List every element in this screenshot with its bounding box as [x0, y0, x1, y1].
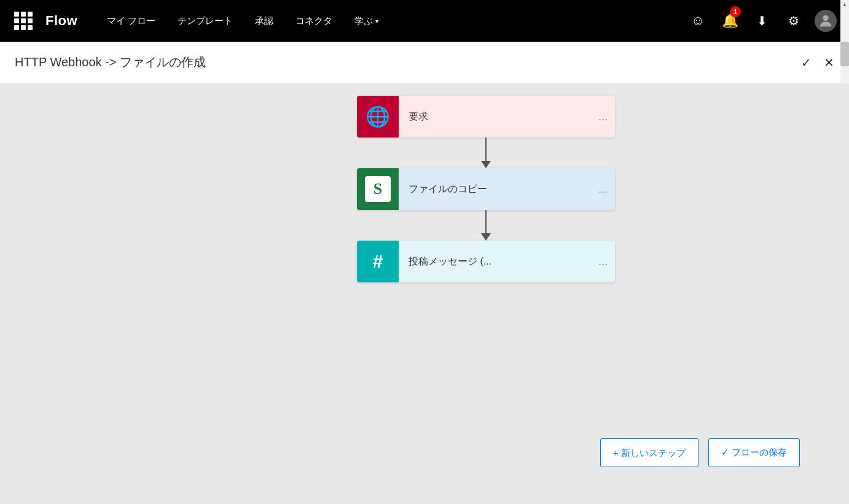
settings-button[interactable]: ⚙: [778, 0, 810, 42]
flow-canvas: 🌐 要求 ... S ファイルのコピー ...: [0, 83, 849, 504]
notification-badge: 1: [730, 6, 741, 17]
scrollbar-thumb[interactable]: [840, 42, 849, 66]
post-icon: #: [357, 241, 399, 282]
profile-button[interactable]: [810, 0, 842, 42]
nav-templates[interactable]: テンプレート: [166, 0, 244, 42]
sharepoint-icon: S: [365, 176, 391, 202]
arrow-1: [481, 138, 491, 168]
flow-container: 🌐 要求 ... S ファイルのコピー ...: [357, 96, 615, 282]
arrow-line-2: [485, 210, 487, 233]
feedback-button[interactable]: ☺: [682, 0, 714, 42]
app-grid-button[interactable]: [7, 0, 39, 42]
nav-links: マイ フロー テンプレート 承認 コネクタ 学ぶ ▾: [96, 0, 682, 42]
notification-button[interactable]: 🔔 1: [714, 0, 746, 42]
node-request[interactable]: 🌐 要求 ...: [357, 96, 615, 138]
nav-my-flow[interactable]: マイ フロー: [96, 0, 166, 42]
close-button[interactable]: ✕: [824, 55, 834, 70]
gear-icon: ⚙: [788, 14, 799, 28]
check-button[interactable]: ✓: [801, 55, 812, 70]
node-post[interactable]: # 投稿メッセージ (... ...: [357, 241, 615, 282]
scrollbar-arrow-up[interactable]: ▲: [840, 0, 849, 9]
node-copy[interactable]: S ファイルのコピー ...: [357, 168, 615, 210]
svg-point-0: [823, 15, 828, 21]
grid-icon: [14, 12, 33, 30]
arrow-2: [481, 210, 491, 241]
save-flow-button[interactable]: ✓ フローの保存: [708, 438, 800, 467]
bottom-actions: + 新しいステップ ✓ フローの保存: [600, 438, 800, 467]
nav-connector[interactable]: コネクタ: [284, 0, 343, 42]
arrow-head-1: [481, 161, 491, 168]
copy-icon: S: [357, 168, 399, 210]
arrow-head-2: [481, 233, 491, 241]
chevron-down-icon: ▾: [375, 18, 378, 25]
copy-menu[interactable]: ...: [591, 168, 615, 210]
nav-learn[interactable]: 学ぶ ▾: [343, 0, 389, 42]
avatar: [815, 10, 837, 32]
post-menu[interactable]: ...: [591, 241, 615, 282]
request-label: 要求: [399, 96, 591, 138]
request-icon: 🌐: [357, 96, 399, 138]
download-icon: ⬇: [757, 14, 767, 28]
subtitle-bar: HTTP Webhook -> ファイルの作成 ✓ ✕: [0, 42, 849, 83]
new-step-button[interactable]: + 新しいステップ: [600, 438, 698, 467]
request-menu[interactable]: ...: [591, 96, 615, 138]
arrow-line-1: [485, 138, 487, 161]
nav-actions: ☺ 🔔 1 ⬇ ⚙: [682, 0, 842, 42]
brand-title: Flow: [45, 13, 77, 29]
post-label: 投稿メッセージ (...: [399, 241, 591, 282]
face-icon: ☺: [691, 13, 705, 29]
download-button[interactable]: ⬇: [746, 0, 778, 42]
navbar: Flow マイ フロー テンプレート 承認 コネクタ 学ぶ ▾ ☺ 🔔 1 ⬇ …: [0, 0, 849, 42]
flow-title: HTTP Webhook -> ファイルの作成: [15, 54, 801, 71]
subtitle-actions: ✓ ✕: [801, 55, 834, 70]
nav-approval[interactable]: 承認: [244, 0, 284, 42]
copy-label: ファイルのコピー: [399, 168, 591, 210]
